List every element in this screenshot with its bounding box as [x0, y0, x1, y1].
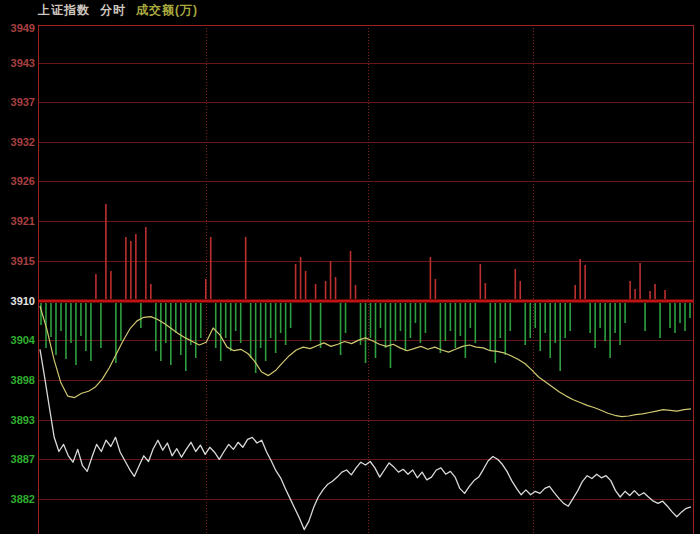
volume-bar-down [340, 303, 342, 355]
y-axis-label: 3915 [0, 256, 35, 267]
volume-bar-down [215, 303, 217, 348]
volume-bar-up [584, 265, 586, 299]
volume-bar-down [455, 303, 457, 348]
volume-bar-up [300, 257, 302, 299]
volume-bar-down [415, 303, 417, 323]
volume-bar-up [350, 251, 352, 299]
volume-bar-up [330, 261, 332, 299]
y-axis-label: 3904 [0, 335, 35, 346]
volume-bar-down [370, 303, 372, 338]
intraday-chart-window: 上证指数分时成交额(万) 394939433937393239263921391… [0, 0, 700, 534]
volume-bar-down [180, 303, 182, 355]
plot-area[interactable] [0, 0, 700, 534]
volume-bar-up [105, 204, 107, 299]
volume-bar-down [390, 303, 392, 368]
volume-bar-down [679, 303, 681, 323]
volume-bar-down [120, 303, 122, 341]
volume-bar-up [335, 277, 337, 299]
y-axis-label: 3882 [0, 494, 35, 505]
volume-bar-down [465, 303, 467, 358]
volume-bar-up [639, 263, 641, 299]
volume-bar-down [499, 303, 501, 338]
volume-bar-down [599, 303, 601, 328]
volume-bar-down [554, 303, 556, 343]
volume-bar-down [70, 303, 72, 343]
volume-bar-down [684, 303, 686, 331]
volume-bar-down [250, 303, 252, 358]
volume-bar-down [475, 303, 477, 343]
volume-bar-down [659, 303, 661, 338]
volume-unit-label: 成交额(万) [136, 3, 198, 17]
volume-bar-up [150, 284, 152, 299]
volume-bar-up [110, 271, 112, 299]
volume-bar-up [325, 281, 327, 299]
volume-bar-down [450, 303, 452, 331]
volume-bar-down [230, 303, 232, 351]
y-axis-label: 3910 [0, 296, 35, 307]
volume-bar-down [549, 303, 551, 358]
volume-bar-up [135, 234, 137, 299]
volume-bar-down [80, 303, 82, 336]
volume-bar-down [405, 303, 407, 351]
volume-bar-down [275, 303, 277, 353]
volume-bar-down [365, 303, 367, 363]
volume-bar-up [634, 289, 636, 299]
volume-bar-down [165, 303, 167, 343]
volume-bar-down [290, 303, 292, 328]
volume-bar-up [654, 284, 656, 299]
volume-bar-down [425, 303, 427, 333]
volume-bar-down [175, 303, 177, 333]
volume-bar-down [534, 303, 536, 328]
volume-bar-down [624, 303, 626, 323]
volume-bar-down [75, 303, 77, 365]
volume-bar-down [170, 303, 172, 365]
volume-bar-down [235, 303, 237, 331]
volume-bar-up [485, 283, 487, 299]
volume-bar-down [420, 303, 422, 343]
volume-bar-up [664, 290, 666, 299]
volume-bar-down [375, 303, 377, 358]
volume-bar-down [564, 303, 566, 338]
volume-bar-up [205, 279, 207, 299]
volume-bar-down [559, 303, 561, 371]
volume-bar-down [310, 303, 312, 341]
volume-bar-up [649, 291, 651, 299]
volume-bar-down [569, 303, 571, 331]
volume-bar-down [539, 303, 541, 351]
volume-bar-down [410, 303, 412, 338]
volume-bar-down [689, 303, 691, 318]
volume-bar-down [200, 303, 202, 338]
volume-bar-up [579, 259, 581, 299]
volume-bar-down [644, 303, 646, 331]
volume-bar-down [320, 303, 322, 348]
volume-bar-up [355, 285, 357, 299]
volume-bar-down [490, 303, 492, 351]
volume-bar-down [509, 303, 511, 331]
volume-bar-down [470, 303, 472, 328]
volume-bar-up [130, 241, 132, 299]
volume-bar-up [210, 237, 212, 299]
volume-bar-down [65, 303, 67, 359]
mode-label: 分时 [100, 3, 126, 17]
y-axis: 3949394339373932392639213915391039043898… [0, 0, 36, 534]
volume-bar-down [160, 303, 162, 361]
y-axis-label: 3949 [0, 23, 35, 34]
volume-bar-down [220, 303, 222, 361]
volume-bar-up [305, 271, 307, 299]
volume-bar-down [85, 303, 87, 351]
volume-bar-down [380, 303, 382, 328]
volume-bar-down [589, 303, 591, 333]
volume-bar-down [440, 303, 442, 353]
volume-bar-down [669, 303, 671, 328]
volume-bar-down [544, 303, 546, 333]
prev-close-line [38, 300, 693, 303]
volume-bar-down [260, 303, 262, 348]
volume-bar-down [674, 303, 676, 333]
y-axis-label: 3926 [0, 176, 35, 187]
volume-bar-up [574, 285, 576, 299]
volume-bar-down [195, 303, 197, 358]
volume-bar-down [614, 303, 616, 333]
volume-bar-down [280, 303, 282, 333]
volume-bar-down [50, 303, 52, 337]
volume-bar-down [100, 303, 102, 348]
